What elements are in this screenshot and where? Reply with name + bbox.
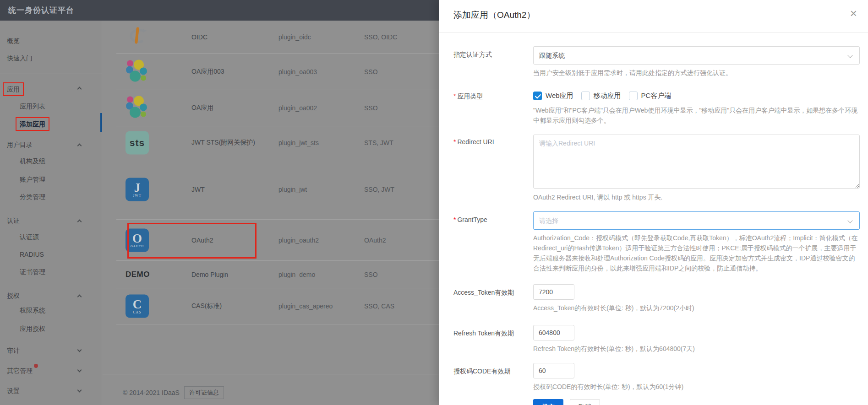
form-item-grant-type: *GrantType 请选择 Authorization_Code：授权码模式（… (453, 211, 860, 273)
auth-method-select[interactable]: 跟随系统 (533, 46, 860, 65)
auth-method-value: 跟随系统 (539, 52, 565, 59)
plugin-id: plugin_cas_apereo (278, 302, 333, 310)
chevron-down-icon (77, 348, 82, 352)
sidebar-item-permission-system[interactable]: 权限系统 (0, 305, 102, 316)
sidebar-item-quickstart[interactable]: 快速入门 (0, 53, 102, 64)
app-root: 统一身份认证平台 概览 快速入门 应用 应用列表 添加应用 用户目录 机构及组 … (0, 0, 868, 405)
sidebar-item-account-mgmt[interactable]: 账户管理 (0, 174, 102, 185)
app-title: 统一身份认证平台 (8, 0, 74, 21)
drawer-header: 添加应用（OAuth2） × (439, 0, 868, 32)
plugin-name: OIDC (191, 33, 207, 41)
sidebar-item-radius[interactable]: RADIUS (0, 249, 102, 260)
access-token-help: Access_Token的有效时长(单位: 秒)，默认为7200(2小时) (533, 303, 860, 313)
checkbox-unchecked-icon[interactable] (581, 92, 590, 100)
chevron-up-icon (77, 87, 82, 92)
sidebar-item-org-groups[interactable]: 机构及组 (0, 156, 102, 167)
app-type-help: "Web应用"和"PC客户端"只会在用户Web使用环境中显示，"移动应用"只会在… (533, 105, 860, 125)
plugin-id: plugin_jwt (278, 186, 307, 193)
chevron-down-icon (847, 53, 852, 58)
checkbox-mobile-app[interactable]: 移动应用 (581, 92, 621, 100)
redirect-uri-help: OAuth2 Redirect URI, 请以 http 或 https 开头. (533, 192, 860, 202)
elastic-blobs-icon (126, 96, 149, 121)
checkbox-pc-client[interactable]: PC客户端 (629, 92, 671, 100)
sidebar-item-app-list[interactable]: 应用列表 (0, 101, 102, 112)
annotation-box-add-app: 添加应用 (16, 117, 49, 131)
chevron-down-icon (847, 218, 852, 223)
sidebar-group-applications[interactable]: 应用 (0, 82, 102, 93)
elastic-blobs-icon (126, 59, 149, 84)
sidebar-divider (0, 74, 102, 74)
plugin-name: Demo Plugin (191, 271, 228, 278)
submit-button[interactable]: 提交 (533, 399, 563, 405)
sidebar-item-category-mgmt[interactable]: 分类管理 (0, 191, 102, 202)
sidebar-item-add-app[interactable]: 添加应用 (0, 117, 102, 128)
refresh-token-help: Refresh Token的有效时长(单位: 秒)，默认为604800(7天) (533, 344, 860, 354)
sidebar-group-authorization[interactable]: 授权 (0, 290, 102, 301)
oidc-logo-icon (126, 24, 149, 49)
plugin-id: plugin_oa003 (278, 68, 317, 76)
chevron-down-icon (77, 368, 82, 373)
form-item-app-type: *应用类型 Web应用 移动应用 PC客户端 (453, 88, 860, 125)
plugin-types: SSO (364, 104, 378, 112)
plugin-types: SSO (364, 68, 378, 76)
auth-code-input[interactable] (533, 363, 574, 378)
chevron-down-icon (77, 388, 82, 393)
checkbox-checked-icon[interactable] (533, 92, 542, 100)
chevron-up-icon (77, 220, 82, 224)
plugin-types: SSO, CAS (364, 302, 394, 310)
form-item-redirect-uri: *Redirect URI OAuth2 Redirect URI, 请以 ht… (453, 135, 860, 202)
redirect-uri-textarea[interactable] (533, 135, 860, 189)
grant-type-help: Authorization_Code：授权码模式（即先登录获取Code,再获取T… (533, 233, 860, 273)
plugin-id: plugin_oauth2 (278, 237, 319, 244)
sidebar-item-auth-source[interactable]: 认证源 (0, 232, 102, 243)
copyright-text: © 2014-2021 IDaaS (123, 389, 180, 396)
cancel-button[interactable]: 取消 (570, 399, 600, 405)
grant-type-select[interactable]: 请选择 (533, 211, 860, 230)
form-item-access-token: Access_Token有效期 Access_Token的有效时长(单位: 秒)… (453, 284, 860, 313)
cas-tile-icon: CCAS (126, 295, 149, 318)
plugin-name: OA应用003 (191, 68, 224, 76)
form-item-auth-code: 授权码CODE有效期 授权码CODE的有效时长(单位: 秒)，默认为60(1分钟… (453, 363, 860, 392)
auth-method-help: 当用户安全级别低于应用需求时，请用此处指定的方式进行强化认证。 (533, 68, 860, 78)
demo-logo-icon: DEMO (126, 270, 150, 279)
chevron-up-icon (77, 295, 82, 299)
checkbox-web-app[interactable]: Web应用 (533, 92, 573, 100)
drawer-title: 添加应用（OAuth2） (453, 9, 535, 21)
plugin-id: plugin_demo (278, 271, 315, 278)
sidebar-item-overview[interactable]: 概览 (0, 35, 102, 46)
auth-code-help: 授权码CODE的有效时长(单位: 秒)，默认为60(1分钟) (533, 382, 860, 392)
sidebar-group-audit[interactable]: 审计 (0, 345, 102, 356)
active-indicator (100, 113, 102, 132)
checkbox-unchecked-icon[interactable] (629, 92, 638, 100)
sidebar-group-other-mgmt[interactable]: 其它管理 (0, 365, 102, 376)
plugin-types: STS, JWT (364, 139, 393, 146)
sidebar-item-app-authorization[interactable]: 应用授权 (0, 323, 102, 334)
sidebar-group-settings[interactable]: 设置 (0, 385, 102, 396)
plugin-id: plugin_jwt_sts (278, 139, 319, 146)
access-token-input[interactable] (533, 284, 574, 300)
close-icon[interactable]: × (850, 7, 857, 19)
auth-method-label: 指定认证方式 (453, 46, 533, 78)
plugin-id: plugin_oidc (278, 33, 311, 41)
sidebar: 概览 快速入门 应用 应用列表 添加应用 用户目录 机构及组 账户管理 分类管理… (0, 21, 102, 405)
form-item-auth-method: 指定认证方式 跟随系统 当用户安全级别低于应用需求时，请用此处指定的方式进行强化… (453, 46, 860, 78)
plugin-name: OA应用 (191, 104, 213, 112)
sidebar-group-authentication[interactable]: 认证 (0, 215, 102, 226)
sidebar-group-user-directory[interactable]: 用户目录 (0, 139, 102, 150)
form-actions: 提交 取消 (453, 392, 860, 405)
sidebar-item-cert-mgmt[interactable]: 证书管理 (0, 266, 102, 277)
plugin-id: plugin_oa002 (278, 104, 317, 112)
refresh-token-input[interactable] (533, 325, 574, 340)
app-type-label: *应用类型 (453, 88, 533, 125)
notification-dot (34, 364, 38, 368)
plugin-types: SSO, JWT (364, 186, 394, 193)
license-info-button[interactable]: 许可证信息 (184, 386, 224, 399)
annotation-box-app: 应用 (3, 82, 24, 96)
form-item-refresh-token: Refresh Token有效期 Refresh Token的有效时长(单位: … (453, 325, 860, 354)
chevron-up-icon (77, 144, 82, 148)
access-token-label: Access_Token有效期 (453, 284, 533, 313)
grant-type-placeholder: 请选择 (539, 217, 558, 224)
drawer-body: 指定认证方式 跟随系统 当用户安全级别低于应用需求时，请用此处指定的方式进行强化… (439, 32, 868, 405)
refresh-token-label: Refresh Token有效期 (453, 325, 533, 354)
grant-type-label: *GrantType (453, 211, 533, 273)
